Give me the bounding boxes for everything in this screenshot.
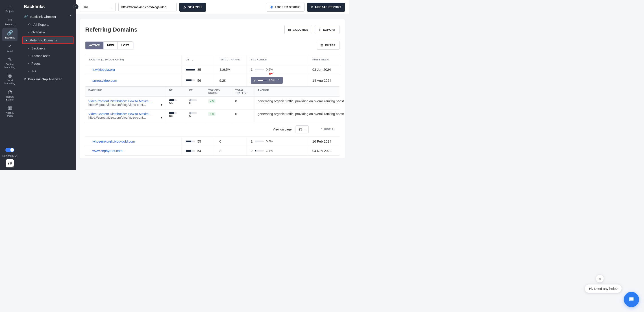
page-size-select[interactable]: 25 bbox=[296, 125, 308, 133]
nav-backlinks[interactable]: 🔗Backlinks bbox=[2, 28, 18, 41]
looker-icon: ◐ bbox=[270, 5, 273, 9]
link-compare-icon: ⑆ bbox=[24, 77, 26, 81]
bl-pct: 1.3% bbox=[269, 79, 275, 82]
export-button[interactable]: ⇪EXPORT bbox=[315, 25, 340, 34]
table-row: sproutvideo.com 56 9.2K 21.3%⌃ 14 Aug 20… bbox=[85, 74, 340, 87]
link-pages[interactable]: Pages bbox=[20, 60, 76, 67]
dt-bar bbox=[186, 69, 195, 70]
backlinks-expand-pill[interactable]: 21.3%⌃ bbox=[251, 77, 283, 84]
button-label: FILTER bbox=[325, 44, 336, 47]
new-menu-toggle[interactable] bbox=[6, 148, 14, 152]
pencil-icon: ✎ bbox=[8, 57, 12, 62]
columns-icon: ▥ bbox=[288, 28, 291, 31]
url-input[interactable] bbox=[118, 3, 177, 11]
pager-label: View on page: bbox=[273, 128, 292, 131]
tab-active[interactable]: ACTIVE bbox=[86, 42, 103, 49]
bl-count: 1 bbox=[251, 140, 252, 143]
nav-report-builder[interactable]: ◔Report Builder bbox=[2, 87, 18, 103]
group-backlink-checker[interactable]: 🔗 Backlink Checker ⌃ bbox=[20, 12, 76, 21]
filter-button[interactable]: ☰FILTER bbox=[316, 41, 340, 50]
domain-link[interactable]: www.zephyrnet.com bbox=[89, 149, 122, 153]
pt-bar bbox=[189, 99, 197, 101]
sub-table-header: BACKLINK DT PT TOXICITY SCORE TOTAL TRAF… bbox=[85, 87, 340, 97]
anchor-text: generating organic traffic, providing an… bbox=[254, 109, 349, 122]
status-segment: ACTIVE NEW LOST bbox=[85, 41, 133, 49]
dt-value: 56 bbox=[169, 114, 173, 118]
avatar[interactable]: YK⚙ bbox=[6, 159, 14, 167]
nav-label: Backlinks bbox=[5, 36, 15, 39]
nav-label: Projects bbox=[6, 10, 14, 13]
col-traffic[interactable]: TOTAL TRAFFIC bbox=[215, 54, 247, 65]
looker-studio-button[interactable]: ◐LOOKER STUDIO bbox=[266, 3, 304, 12]
link-anchor-texts[interactable]: Anchor Texts bbox=[20, 52, 76, 60]
col-backlinks[interactable]: BACKLINKS bbox=[247, 54, 308, 65]
dt-value: 85 bbox=[197, 68, 201, 71]
button-label: EXPORT bbox=[323, 28, 336, 31]
traffic-value: 416.5M bbox=[215, 65, 247, 74]
tab-lost[interactable]: LOST bbox=[118, 42, 133, 49]
dt-bar bbox=[186, 79, 195, 81]
nav-projects[interactable]: ⌂Projects bbox=[2, 2, 18, 14]
chevron-up-icon: ⌃ bbox=[69, 14, 72, 18]
col-domain[interactable]: DOMAIN (1-20 OUT OF 86) bbox=[85, 54, 182, 65]
nav-local-marketing[interactable]: ◎Local Marketing bbox=[2, 71, 18, 87]
sub-col-traffic[interactable]: TOTAL TRAFFIC bbox=[232, 87, 254, 96]
first-seen-value: 16 Feb 2024 bbox=[308, 137, 349, 146]
bl-bar bbox=[255, 150, 264, 152]
link-backlinks[interactable]: Backlinks bbox=[20, 44, 76, 52]
sub-col-dt[interactable]: DT bbox=[166, 87, 186, 96]
collapse-sidebar-button[interactable]: ‹ bbox=[73, 4, 78, 9]
sub-table-row: Video Content Distribution: How to Maxim… bbox=[85, 109, 340, 122]
toggle-label: New Menu UI bbox=[2, 155, 18, 157]
hide-all-label: HIDE AL bbox=[324, 128, 336, 131]
hide-all-link[interactable]: ⌃HIDE AL bbox=[321, 128, 336, 131]
search-button[interactable]: ⌕SEARCH bbox=[180, 3, 206, 12]
backlink-title-link[interactable]: Video Content Distribution: How to Maxim… bbox=[88, 112, 162, 116]
col-dt[interactable]: DT⌄ bbox=[182, 54, 215, 65]
sub-col-toxicity[interactable]: TOXICITY SCORE bbox=[205, 87, 232, 96]
backlink-title-link[interactable]: Video Content Distribution: How to Maxim… bbox=[88, 99, 162, 103]
bl-count: 2 bbox=[254, 78, 256, 82]
chevron-down-icon[interactable]: ▾ bbox=[161, 116, 162, 119]
domain-link[interactable]: fr.wikipedia.org bbox=[89, 68, 115, 71]
columns-button[interactable]: ▥COLUMNS bbox=[284, 25, 312, 34]
url-type-select[interactable]: URL⌄ bbox=[80, 3, 116, 11]
bl-bar bbox=[255, 141, 264, 142]
col-first-seen[interactable]: FIRST SEEN bbox=[308, 54, 349, 65]
chevron-down-icon[interactable]: ▾ bbox=[161, 103, 162, 107]
tab-new[interactable]: NEW bbox=[103, 42, 118, 49]
nav-label: Research bbox=[4, 23, 15, 26]
nav-audit[interactable]: ✓Audit bbox=[2, 42, 18, 54]
referring-domains-card: Referring Domains ▥COLUMNS ⇪EXPORT ACTIV… bbox=[80, 19, 345, 158]
link-overview[interactable]: Overview bbox=[20, 28, 76, 36]
dt-bar bbox=[186, 150, 195, 152]
sub-col-pt[interactable]: PT bbox=[186, 87, 205, 96]
pt-value: 0 bbox=[189, 114, 191, 118]
domain-link[interactable]: sproutvideo.com bbox=[89, 79, 117, 82]
chevron-down-icon: ⌄ bbox=[192, 58, 194, 61]
group-label: Backlink Checker bbox=[30, 15, 56, 18]
link-ips[interactable]: IPs bbox=[20, 67, 76, 75]
update-report-button[interactable]: ⟳UPDATE REPORT bbox=[307, 3, 345, 12]
button-label: COLUMNS bbox=[293, 28, 308, 31]
dt-bar bbox=[169, 112, 177, 114]
link-referring-domains[interactable]: Referring Domains bbox=[22, 36, 74, 44]
nav-research[interactable]: ▭Research bbox=[2, 15, 18, 28]
monitor-icon: ▭ bbox=[8, 17, 12, 23]
main-content: Referring Domains ▥COLUMNS ⇪EXPORT ACTIV… bbox=[76, 14, 349, 170]
link-all-reports[interactable]: ↶All Reports bbox=[20, 21, 76, 28]
nav-agency-pack[interactable]: ▦Agency Pack bbox=[2, 103, 18, 119]
sub-col-backlink[interactable]: BACKLINK bbox=[85, 87, 166, 96]
select-value: URL bbox=[83, 5, 89, 9]
group-gap-analyzer[interactable]: ⑆ Backlink Gap Analyzer bbox=[20, 75, 76, 83]
backlink-url: https://sproutvideo.com/blog/video-cont… bbox=[88, 116, 160, 119]
link-icon: 🔗 bbox=[24, 14, 28, 18]
refresh-icon: ⟳ bbox=[311, 5, 314, 9]
backlink-url: https://sproutvideo.com/blog/video-cont… bbox=[88, 103, 160, 107]
search-icon: ⌕ bbox=[184, 5, 186, 9]
sub-col-anchor[interactable]: ANCHOR bbox=[254, 87, 349, 96]
domain-link[interactable]: whoseinkurek.blog-gold.com bbox=[89, 140, 135, 143]
nav-content-marketing[interactable]: ✎Content Marketing bbox=[2, 55, 18, 70]
avatar-initials: YK bbox=[8, 161, 12, 165]
group-label: Backlink Gap Analyzer bbox=[28, 77, 62, 81]
